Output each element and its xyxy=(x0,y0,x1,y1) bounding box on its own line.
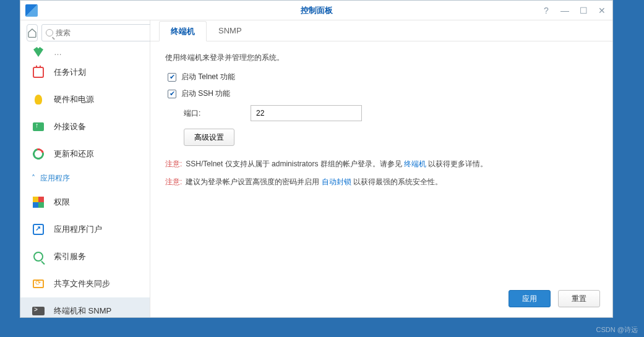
app-icon xyxy=(25,4,38,17)
search-row xyxy=(20,20,150,45)
footer-buttons: 应用 重置 xyxy=(509,290,600,307)
sidebar-item-cutoff[interactable]: … xyxy=(20,45,150,59)
telnet-label: 启动 Telnet 功能 xyxy=(181,72,235,82)
search-input[interactable] xyxy=(56,28,148,37)
sidebar-item-indexing[interactable]: 索引服务 xyxy=(20,243,150,270)
apply-button[interactable]: 应用 xyxy=(509,290,551,307)
tab-terminal[interactable]: 终端机 xyxy=(159,21,207,41)
note-label: 注意: xyxy=(165,176,182,188)
sidebar-item-label: 索引服务 xyxy=(54,251,86,262)
ssh-checkbox[interactable]: ✔ xyxy=(168,90,176,98)
description-text: 使用终端机来登录并管理您的系统。 xyxy=(165,53,598,63)
bulb-icon xyxy=(32,93,45,106)
sidebar-item-task-scheduler[interactable]: 任务计划 xyxy=(20,59,150,86)
portal-icon xyxy=(32,223,45,236)
sidebar-item-label: 权限 xyxy=(54,197,70,208)
close-button[interactable]: ✕ xyxy=(596,5,608,16)
window-title: 控制面板 xyxy=(20,5,612,16)
sidebar-item-label: 硬件和电源 xyxy=(54,94,94,105)
note-label: 注意: xyxy=(165,158,182,170)
chevron-up-icon: ˄ xyxy=(32,174,35,182)
note-1: 注意: SSH/Telnet 仅支持从属于 administrators 群组的… xyxy=(165,158,598,170)
reset-button[interactable]: 重置 xyxy=(558,290,600,307)
permissions-icon xyxy=(32,195,45,209)
terminal-help-link[interactable]: 终端机 xyxy=(404,160,426,168)
sidebar-item-label: 外接设备 xyxy=(54,121,86,132)
maximize-button[interactable]: ☐ xyxy=(578,5,589,16)
tab-bar: 终端机 SNMP xyxy=(150,20,612,41)
auto-block-link[interactable]: 自动封锁 xyxy=(322,177,351,186)
window-controls: ? — ☐ ✕ xyxy=(541,5,608,16)
help-button[interactable]: ? xyxy=(541,5,552,16)
main-panel: 终端机 SNMP 使用终端机来登录并管理您的系统。 ✔ 启动 Telnet 功能… xyxy=(150,20,612,317)
sidebar-item-privileges[interactable]: 权限 xyxy=(20,189,150,216)
search-box[interactable] xyxy=(41,24,153,41)
ssh-checkbox-row: ✔ 启动 SSH 功能 xyxy=(168,88,598,99)
advanced-settings-button[interactable]: 高级设置 xyxy=(184,129,234,146)
sidebar-item-label: 任务计划 xyxy=(54,67,86,78)
tab-snmp[interactable]: SNMP xyxy=(207,20,254,41)
port-row: 端口: xyxy=(184,105,598,121)
heart-icon xyxy=(32,45,45,59)
sidebar-item-label: 更新和还原 xyxy=(54,148,94,160)
sidebar-item-hardware-power[interactable]: 硬件和电源 xyxy=(20,86,150,113)
sync-icon xyxy=(32,277,45,291)
terminal-icon xyxy=(32,304,45,317)
sidebar-section-apps[interactable]: ˄ 应用程序 xyxy=(20,168,150,189)
watermark: CSDN @诗远 xyxy=(596,325,638,335)
window-body: … 任务计划 硬件和电源 外接设备 更新和还原 xyxy=(20,20,612,317)
sidebar-item-label: 应用程序门户 xyxy=(54,224,102,235)
sidebar-item-external-devices[interactable]: 外接设备 xyxy=(20,113,150,140)
calendar-icon xyxy=(32,66,45,79)
sidebar-item-app-portal[interactable]: 应用程序门户 xyxy=(20,216,150,243)
titlebar: 控制面板 ? — ☐ ✕ xyxy=(20,1,612,20)
external-icon xyxy=(32,120,45,134)
sidebar-item-shared-folder-sync[interactable]: 共享文件夹同步 xyxy=(20,270,150,297)
sidebar-item-label: 终端机和 SNMP xyxy=(54,305,111,317)
sidebar: … 任务计划 硬件和电源 外接设备 更新和还原 xyxy=(20,20,150,317)
nav-list: … 任务计划 硬件和电源 外接设备 更新和还原 xyxy=(20,45,150,317)
sidebar-item-terminal-snmp[interactable]: 终端机和 SNMP xyxy=(20,297,150,317)
search-icon xyxy=(46,29,53,36)
port-input[interactable] xyxy=(251,105,362,121)
note-2: 注意: 建议为登录帐户设置高强度的密码并启用 自动封锁 以获得最强的系统安全性。 xyxy=(165,176,598,188)
index-icon xyxy=(32,250,45,263)
home-icon xyxy=(27,28,37,38)
sidebar-item-update-restore[interactable]: 更新和还原 xyxy=(20,140,150,168)
telnet-checkbox-row: ✔ 启动 Telnet 功能 xyxy=(168,72,598,82)
ssh-label: 启动 SSH 功能 xyxy=(181,88,230,99)
port-label: 端口: xyxy=(184,108,239,119)
control-panel-window: 控制面板 ? — ☐ ✕ … xyxy=(20,0,613,318)
home-button[interactable] xyxy=(27,24,38,41)
sidebar-section-label: 应用程序 xyxy=(40,173,70,184)
update-icon xyxy=(32,147,45,161)
content-area: 使用终端机来登录并管理您的系统。 ✔ 启动 Telnet 功能 ✔ 启动 SSH… xyxy=(150,41,612,317)
sidebar-item-label: 共享文件夹同步 xyxy=(54,278,110,289)
telnet-checkbox[interactable]: ✔ xyxy=(168,73,176,82)
minimize-button[interactable]: — xyxy=(559,5,570,16)
